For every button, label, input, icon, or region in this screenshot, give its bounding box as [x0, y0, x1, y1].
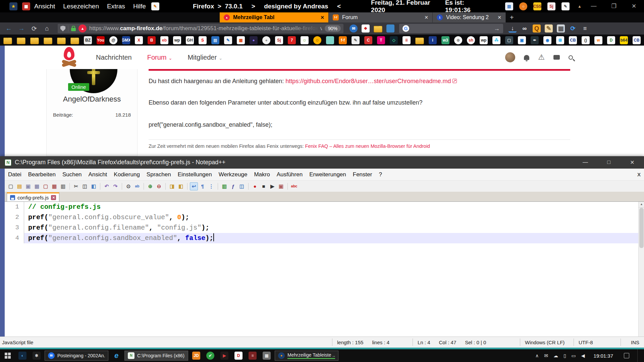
app-dark-blue-icon[interactable]: ◐	[18, 352, 26, 360]
notes-icon[interactable]: ✎	[545, 24, 553, 33]
npp-minimize-button[interactable]: —	[574, 159, 597, 166]
bookmark-icon[interactable]: @	[109, 36, 117, 44]
find-icon[interactable]: ⊙	[124, 182, 132, 190]
bookmark-icon[interactable]: b64	[620, 36, 628, 44]
edge-browser-icon[interactable]: e	[112, 352, 120, 360]
bookmark-icon[interactable]: f-f	[339, 36, 347, 44]
bookmark-icon[interactable]	[44, 38, 52, 44]
zoom-level-badge[interactable]: 90%	[325, 25, 341, 32]
save-icon[interactable]: ▣	[24, 182, 32, 190]
menu-ausfhren[interactable]: Ausführen	[273, 171, 306, 178]
bookmark-icon[interactable]: S	[199, 36, 207, 44]
forum-nav-nachrichten[interactable]: Nachrichten	[96, 54, 132, 61]
tv-favicon-icon[interactable]: 1	[437, 14, 443, 20]
code-editor[interactable]: 1// config-prefs.js2pref("general.config…	[5, 202, 644, 337]
redo-icon[interactable]: ↷	[111, 182, 119, 190]
forum-search-icon[interactable]	[569, 55, 573, 60]
media-red-app-icon[interactable]: ▶	[217, 349, 231, 362]
npp-close-button[interactable]: ✕	[621, 159, 644, 166]
green-check-app-icon[interactable]: ✔	[203, 349, 217, 362]
menu-ansicht[interactable]: Ansicht	[85, 171, 111, 178]
account-avatar[interactable]	[505, 52, 515, 62]
menu-kodierung[interactable]: Kodierung	[110, 171, 143, 178]
macro-record-icon[interactable]: ●	[251, 182, 259, 190]
cut-icon[interactable]: ✂	[72, 182, 80, 190]
tab-close-icon[interactable]: ✕	[320, 15, 324, 20]
print-icon[interactable]: ▥	[59, 182, 67, 190]
bookmark-icon[interactable]	[415, 38, 424, 44]
bookmark-icon[interactable]: X	[135, 36, 143, 44]
film-icon[interactable]: ▦	[557, 24, 565, 33]
tray-volume-icon[interactable]: ◀	[581, 353, 585, 358]
jdownloader-icon[interactable]: JD	[189, 349, 203, 362]
tracking-shield-icon[interactable]	[60, 26, 65, 32]
sync-horizontal-icon[interactable]: ◧	[177, 182, 185, 190]
close-all-icon[interactable]: ▦	[50, 182, 58, 190]
ff-forum-favicon-icon[interactable]: f-f	[333, 14, 339, 20]
green-check-app-icon[interactable]: ✔	[206, 352, 214, 360]
bookmark-icon[interactable]: CB	[633, 36, 641, 44]
bookmark-icon[interactable]: ii	[402, 36, 411, 44]
letter-d-app-icon[interactable]: D	[231, 349, 246, 362]
bookmark-icon[interactable]: You	[97, 36, 105, 44]
notepadpp-task-icon[interactable]: N	[128, 352, 135, 359]
notifications-bell-icon[interactable]	[524, 55, 529, 60]
thunderbird-task-button[interactable]: ✉Posteingang - 2002An...	[45, 351, 108, 361]
tray-cloud-icon[interactable]: ☁	[553, 353, 558, 358]
menu-werkzeuge[interactable]: Werkzeuge	[215, 171, 251, 178]
doc-pencil-icon[interactable]: ✎	[561, 2, 570, 10]
forum-nav-forum[interactable]: Forum⌄	[147, 54, 172, 61]
code-line[interactable]: 2pref("general.config.obscure_value", 0)…	[5, 212, 644, 223]
fenix-faq-link[interactable]: Fenix FAQ – Alles zum neuen Mozilla-Brow…	[305, 143, 430, 149]
bookmark-icon[interactable]	[3, 38, 12, 44]
bookmark-icon[interactable]: ⊕	[454, 36, 462, 44]
media-red-app-icon[interactable]: ▶	[220, 352, 228, 360]
close-icon[interactable]: ▢	[42, 182, 50, 190]
search-go-arrow-icon[interactable]: →	[494, 25, 500, 32]
folder-blue-icon[interactable]	[386, 24, 394, 33]
jdownloader-icon[interactable]: JD	[192, 352, 200, 360]
show-symbols-icon[interactable]: ¶	[199, 182, 207, 190]
menu-einstellungen[interactable]: Einstellungen	[174, 171, 215, 178]
menu-fenster[interactable]: Fenster	[350, 171, 376, 178]
bookmark-icon[interactable]: C	[364, 36, 372, 44]
npp-maximize-button[interactable]: □	[597, 159, 621, 166]
macro-play-icon[interactable]: ▶	[268, 182, 276, 190]
bookmark-icon[interactable]: wp	[480, 36, 488, 44]
download-icon[interactable]: ↓	[508, 24, 517, 33]
abc-check-icon[interactable]: abc	[290, 182, 298, 190]
macro-stop-icon[interactable]: ■	[260, 182, 268, 190]
url-bar[interactable]: ▴ https://www.camp-firefox.de/forum/them…	[58, 24, 343, 33]
start-button[interactable]	[0, 349, 15, 362]
function-list-icon[interactable]: ƒ	[229, 182, 237, 190]
gray-app-icon[interactable]: ▦	[263, 352, 271, 360]
red-grid-icon[interactable]: ▦	[22, 2, 30, 10]
replace-icon[interactable]: ab	[133, 182, 141, 190]
sync-icon[interactable]: ⟳	[569, 24, 577, 33]
editor-scrollbar[interactable]: ▲	[638, 202, 644, 337]
menu-makro[interactable]: Makro	[251, 171, 273, 178]
bookmark-icon[interactable]: sh	[467, 36, 475, 44]
document-tab[interactable]: config-prefs.js ✕	[7, 192, 59, 201]
bookmark-icon[interactable]: CB	[569, 36, 577, 44]
bookmark-icon[interactable]: ☺	[301, 36, 309, 44]
open-icon[interactable]: ▤	[15, 182, 23, 190]
bookmark-icon[interactable]	[70, 38, 79, 44]
bookmark-icon[interactable]: T	[377, 36, 385, 44]
home-button[interactable]: ⌂	[42, 25, 52, 33]
taskbar-clock[interactable]: 19:01:37	[594, 353, 613, 359]
bookmark-icon[interactable]: 7	[288, 36, 296, 44]
bookmark-icon[interactable]: ✒	[531, 36, 539, 44]
window-blue-icon[interactable]: ▤	[505, 2, 513, 10]
thunderbird-task-icon[interactable]: ✉	[48, 352, 55, 359]
code-line[interactable]: 4pref("general.config.sandbox_enabled", …	[5, 233, 644, 243]
close-button[interactable]: ✕	[624, 3, 644, 10]
moderation-warning-icon[interactable]: ⚠	[538, 54, 545, 61]
menu-datei[interactable]: Datei	[5, 171, 25, 178]
edge-browser-icon[interactable]: e	[109, 349, 123, 362]
scrollbar-thumb[interactable]	[639, 208, 644, 248]
browser-tab[interactable]: f-fForum✕	[329, 12, 433, 22]
notepadpp-titlebar[interactable]: N C:\Program Files (x86)\Mozilla Firefox…	[0, 156, 644, 169]
app-dark-blue-icon[interactable]: ◐	[15, 349, 30, 362]
tray-network-icon[interactable]: ▭	[572, 353, 576, 358]
